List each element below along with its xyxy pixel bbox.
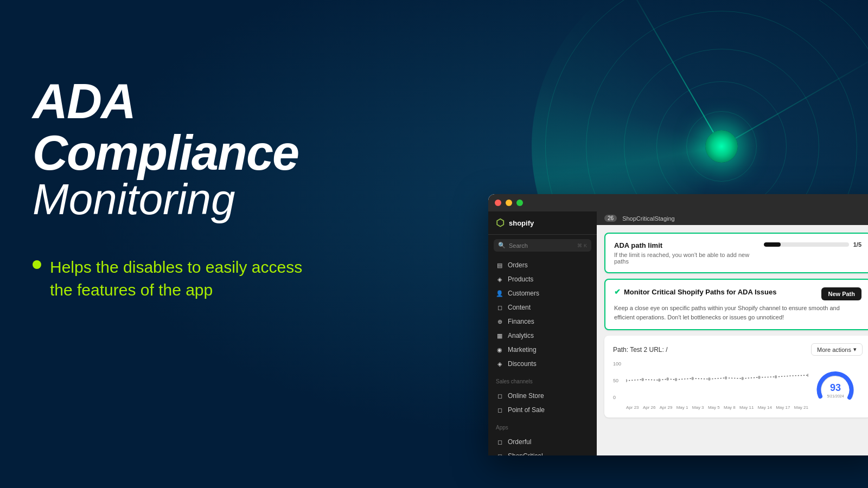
x-label: Apr 29	[660, 405, 673, 410]
sidebar-item-online-store[interactable]: ◻ Online Store	[488, 389, 597, 403]
svg-point-10	[708, 377, 710, 381]
sidebar-item-label: ShopCritical	[508, 452, 543, 455]
chart-line-area	[626, 363, 808, 399]
hero-title-line2: Monitoring	[33, 176, 369, 223]
x-label: May 3	[692, 405, 704, 410]
monitor-card-header: ✔ Monitor Critical Shopify Paths for ADA…	[614, 287, 861, 300]
svg-point-11	[725, 376, 727, 380]
new-path-button[interactable]: New Path	[821, 287, 861, 300]
sidebar-item-shopcritical[interactable]: ◻ ShopCritical	[488, 449, 597, 455]
ada-progress-label: 1/5	[853, 241, 861, 248]
sidebar-item-label: Point of Sale	[508, 406, 545, 414]
x-label: May 14	[758, 405, 772, 410]
search-shortcut: ⌘ K	[577, 243, 587, 248]
sales-channels-label: Sales channels	[488, 373, 597, 387]
svg-point-5	[641, 378, 643, 381]
shopify-store-name: shopify	[509, 219, 534, 227]
bullet-text: Helps the disables to easily accessthe f…	[50, 256, 302, 301]
sidebar-item-label: Products	[508, 275, 533, 283]
sidebar-item-customers[interactable]: 👤 Customers	[488, 286, 597, 300]
sidebar-item-label: Discounts	[508, 360, 537, 368]
x-label: Apr 23	[626, 405, 639, 410]
analytics-icon: ▦	[496, 332, 503, 339]
ada-path-limit-subtitle: If the limit is reached, you won't be ab…	[614, 252, 764, 265]
mac-close-btn[interactable]	[495, 200, 501, 206]
mac-minimize-btn[interactable]	[506, 200, 512, 206]
shopify-main-panel: 26 ShopCriticalStaging ADA path limit If…	[597, 211, 868, 455]
more-actions-button[interactable]: More actions ▾	[811, 343, 863, 356]
content-icon: ◻	[496, 304, 503, 311]
y-label-50: 50	[613, 378, 621, 383]
check-icon: ✔	[614, 287, 621, 296]
svg-point-4	[626, 379, 627, 382]
sidebar-item-orderful[interactable]: ◻ Orderful	[488, 435, 597, 449]
sidebar-item-label: Orders	[508, 261, 528, 269]
sidebar-item-label: Marketing	[508, 346, 537, 354]
sidebar-item-content[interactable]: ◻ Content	[488, 300, 597, 314]
path-section: Path: Test 2 URL: / More actions ▾ 100 5…	[604, 336, 868, 418]
sidebar-item-label: Customers	[508, 290, 539, 297]
chart-y-labels: 100 50 0	[613, 361, 621, 410]
breadcrumb-text: ShopCriticalStaging	[622, 215, 675, 222]
orderful-icon: ◻	[496, 438, 503, 446]
sidebar-item-orders[interactable]: ▤ Orders	[488, 258, 597, 272]
search-icon: 🔍	[498, 242, 506, 249]
ada-progress-section: 1/5	[764, 241, 861, 248]
sidebar-item-marketing[interactable]: ◉ Marketing	[488, 343, 597, 357]
svg-text:5/21/2024: 5/21/2024	[827, 394, 844, 398]
mac-maximize-btn[interactable]	[516, 200, 523, 206]
sidebar-item-label: Online Store	[508, 392, 544, 400]
monitor-title-text: Monitor Critical Shopify Paths for ADA I…	[624, 288, 776, 296]
x-label: Apr 26	[643, 405, 656, 410]
notification-badge: 26	[604, 215, 617, 222]
sidebar-item-label: Finances	[508, 318, 534, 325]
ada-path-limit-header: ADA path limit If the limit is reached, …	[614, 241, 861, 265]
ada-path-limit-text: ADA path limit If the limit is reached, …	[614, 241, 764, 265]
x-label: May 11	[739, 405, 754, 410]
shopify-search-bar[interactable]: 🔍 Search ⌘ K	[494, 239, 591, 252]
more-actions-text: More actions	[817, 346, 851, 353]
shopify-header: ⬡ shopify	[488, 211, 597, 235]
sidebar-item-analytics[interactable]: ▦ Analytics	[488, 329, 597, 343]
sales-channel-items: ◻ Online Store ◻ Point of Sale	[488, 387, 597, 419]
y-label-0: 0	[613, 395, 621, 400]
sidebar-item-label: Orderful	[508, 438, 531, 446]
mac-titlebar	[488, 194, 868, 211]
mac-window: ⬡ shopify 🔍 Search ⌘ K ▤ Orders ◈ Produc…	[488, 194, 868, 455]
x-label: May 21	[794, 405, 808, 410]
sidebar-item-finances[interactable]: ⊕ Finances	[488, 314, 597, 329]
score-gauge: 93 5/21/2024	[814, 364, 857, 407]
x-label: May 17	[776, 405, 790, 410]
shopify-topbar: 26 ShopCriticalStaging	[597, 211, 868, 225]
hero-title-line1: ADA Compliance	[33, 76, 369, 178]
bullet-dot	[33, 260, 41, 269]
customers-icon: 👤	[496, 290, 503, 297]
sidebar-item-label: Content	[508, 304, 531, 311]
x-label: May 5	[708, 405, 720, 410]
finances-icon: ⊕	[496, 318, 503, 325]
search-placeholder: Search	[509, 242, 528, 249]
sidebar-item-discounts[interactable]: ◈ Discounts	[488, 357, 597, 371]
path-label-text: Path: Test 2 URL: /	[613, 346, 668, 354]
discounts-icon: ◈	[496, 360, 503, 368]
svg-point-12	[742, 377, 744, 380]
marketing-icon: ◉	[496, 346, 503, 354]
ada-path-limit-title: ADA path limit	[614, 241, 764, 249]
svg-point-14	[775, 375, 777, 378]
svg-point-8	[675, 378, 677, 381]
chart-x-labels: Apr 23 Apr 26 Apr 29 May 1 May 3 May 5 M…	[626, 405, 808, 410]
sidebar-item-label: Analytics	[508, 332, 534, 339]
pos-icon: ◻	[496, 406, 503, 414]
apps-label: Apps	[488, 419, 597, 433]
sidebar-item-products[interactable]: ◈ Products	[488, 272, 597, 286]
hero-section: ADA Compliance Monitoring Helps the disa…	[33, 76, 369, 301]
monitor-card-title: ✔ Monitor Critical Shopify Paths for ADA…	[614, 287, 776, 296]
shopify-sidebar: ⬡ shopify 🔍 Search ⌘ K ▤ Orders ◈ Produc…	[488, 211, 597, 455]
mac-content: ⬡ shopify 🔍 Search ⌘ K ▤ Orders ◈ Produc…	[488, 211, 868, 455]
shopify-logo-icon: ⬡	[496, 217, 505, 229]
svg-point-13	[758, 376, 760, 379]
ada-path-limit-card: ADA path limit If the limit is reached, …	[604, 233, 868, 273]
svg-point-15	[807, 374, 808, 377]
sidebar-item-point-of-sale[interactable]: ◻ Point of Sale	[488, 403, 597, 417]
online-store-icon: ◻	[496, 392, 503, 400]
